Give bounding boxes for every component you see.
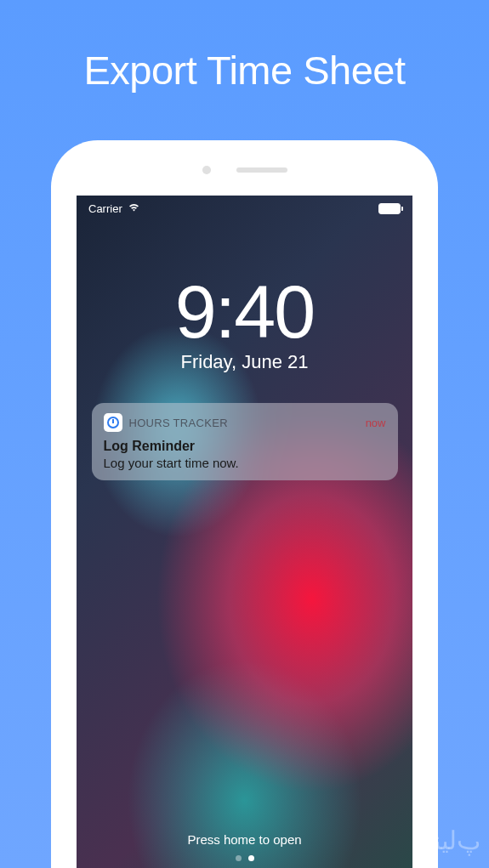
unlock-hint: Press home to open [187, 832, 301, 847]
page-indicator [236, 855, 254, 861]
phone-screen: Carrier 9:40 Friday, June 21 [77, 196, 412, 868]
page-dot [236, 855, 242, 861]
status-bar-right [378, 203, 401, 214]
app-icon [104, 413, 122, 432]
clock-icon [107, 417, 119, 428]
notification-title: Log Reminder [104, 439, 386, 454]
notification-header: HOURS TRACKER now [104, 413, 386, 432]
speaker-grille [236, 167, 287, 173]
watermark: نیاپ [435, 825, 480, 855]
notification-card[interactable]: HOURS TRACKER now Log Reminder Log your … [92, 403, 398, 480]
status-bar-left: Carrier [88, 202, 140, 215]
page-title: Export Time Sheet [83, 47, 405, 94]
notification-timestamp: now [366, 417, 386, 429]
lock-screen-date: Friday, June 21 [180, 351, 308, 373]
notification-app-name: HOURS TRACKER [129, 417, 228, 429]
battery-icon [378, 203, 401, 214]
phone-speaker-area [202, 166, 287, 174]
camera-dot [202, 166, 211, 174]
status-bar: Carrier [77, 196, 412, 222]
wifi-icon [128, 202, 140, 215]
carrier-label: Carrier [88, 202, 122, 215]
lock-screen-bottom: Press home to open [77, 832, 412, 868]
page-dot-active [248, 855, 254, 861]
phone-mockup: Carrier 9:40 Friday, June 21 [51, 140, 438, 868]
lock-screen-time: 9:40 [175, 269, 314, 355]
notification-body: Log your start time now. [104, 456, 386, 470]
